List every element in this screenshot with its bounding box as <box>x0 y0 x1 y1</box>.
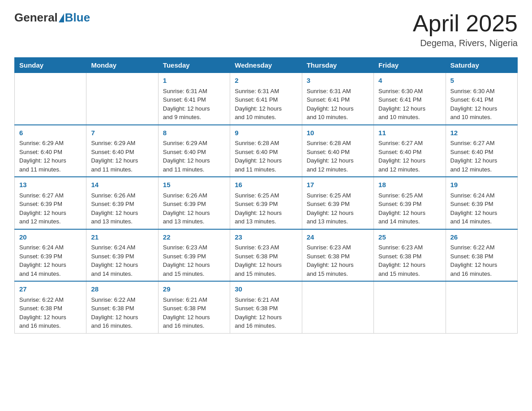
day-number: 25 <box>378 232 441 243</box>
weekday-header-monday: Monday <box>86 58 158 73</box>
weekday-header-tuesday: Tuesday <box>158 58 230 73</box>
day-info: Sunrise: 6:21 AM Sunset: 6:38 PM Dayligh… <box>163 296 210 330</box>
calendar-cell: 11Sunrise: 6:27 AM Sunset: 6:40 PM Dayli… <box>374 125 446 177</box>
day-info: Sunrise: 6:27 AM Sunset: 6:39 PM Dayligh… <box>19 192 66 225</box>
day-info: Sunrise: 6:25 AM Sunset: 6:39 PM Dayligh… <box>378 192 425 225</box>
week-row-1: 1Sunrise: 6:31 AM Sunset: 6:41 PM Daylig… <box>15 73 518 125</box>
day-info: Sunrise: 6:23 AM Sunset: 6:38 PM Dayligh… <box>307 244 354 277</box>
calendar-cell: 5Sunrise: 6:30 AM Sunset: 6:41 PM Daylig… <box>446 73 517 125</box>
title-area: April 2025 Degema, Rivers, Nigeria <box>413 11 518 48</box>
calendar-cell: 16Sunrise: 6:25 AM Sunset: 6:39 PM Dayli… <box>230 177 302 229</box>
logo: General Blue <box>14 11 90 25</box>
weekday-header-friday: Friday <box>374 58 446 73</box>
day-info: Sunrise: 6:31 AM Sunset: 6:41 PM Dayligh… <box>163 88 210 121</box>
day-number: 11 <box>378 128 441 138</box>
day-number: 21 <box>91 232 153 243</box>
day-info: Sunrise: 6:30 AM Sunset: 6:41 PM Dayligh… <box>378 88 425 121</box>
calendar-cell: 25Sunrise: 6:23 AM Sunset: 6:38 PM Dayli… <box>374 229 446 282</box>
calendar-cell: 21Sunrise: 6:24 AM Sunset: 6:39 PM Dayli… <box>86 229 158 282</box>
day-number: 4 <box>378 76 441 86</box>
calendar-table: SundayMondayTuesdayWednesdayThursdayFrid… <box>14 57 518 334</box>
day-number: 30 <box>235 284 297 295</box>
day-info: Sunrise: 6:22 AM Sunset: 6:38 PM Dayligh… <box>450 244 498 277</box>
day-number: 22 <box>163 232 225 243</box>
calendar-cell: 13Sunrise: 6:27 AM Sunset: 6:39 PM Dayli… <box>15 177 86 229</box>
day-info: Sunrise: 6:31 AM Sunset: 6:41 PM Dayligh… <box>307 88 354 121</box>
calendar-cell: 27Sunrise: 6:22 AM Sunset: 6:38 PM Dayli… <box>15 281 86 333</box>
calendar-cell <box>15 73 86 125</box>
day-info: Sunrise: 6:25 AM Sunset: 6:39 PM Dayligh… <box>235 192 282 225</box>
day-info: Sunrise: 6:27 AM Sunset: 6:40 PM Dayligh… <box>378 140 425 173</box>
day-info: Sunrise: 6:29 AM Sunset: 6:40 PM Dayligh… <box>163 140 210 173</box>
day-info: Sunrise: 6:23 AM Sunset: 6:39 PM Dayligh… <box>163 244 210 277</box>
calendar-cell: 30Sunrise: 6:21 AM Sunset: 6:38 PM Dayli… <box>230 281 302 333</box>
week-row-5: 27Sunrise: 6:22 AM Sunset: 6:38 PM Dayli… <box>15 281 518 333</box>
day-info: Sunrise: 6:23 AM Sunset: 6:38 PM Dayligh… <box>235 244 282 277</box>
calendar-cell: 12Sunrise: 6:27 AM Sunset: 6:40 PM Dayli… <box>446 125 517 177</box>
day-info: Sunrise: 6:23 AM Sunset: 6:38 PM Dayligh… <box>378 244 425 277</box>
weekday-header-sunday: Sunday <box>15 58 86 73</box>
calendar-cell: 9Sunrise: 6:28 AM Sunset: 6:40 PM Daylig… <box>230 125 302 177</box>
day-info: Sunrise: 6:22 AM Sunset: 6:38 PM Dayligh… <box>19 296 66 330</box>
weekday-header-row: SundayMondayTuesdayWednesdayThursdayFrid… <box>15 58 518 73</box>
logo-triangle-icon <box>59 13 64 22</box>
week-row-3: 13Sunrise: 6:27 AM Sunset: 6:39 PM Dayli… <box>15 177 518 229</box>
calendar-cell: 6Sunrise: 6:29 AM Sunset: 6:40 PM Daylig… <box>15 125 86 177</box>
calendar-cell: 15Sunrise: 6:26 AM Sunset: 6:39 PM Dayli… <box>158 177 230 229</box>
day-info: Sunrise: 6:24 AM Sunset: 6:39 PM Dayligh… <box>91 244 138 277</box>
calendar-cell: 24Sunrise: 6:23 AM Sunset: 6:38 PM Dayli… <box>302 229 373 282</box>
day-info: Sunrise: 6:30 AM Sunset: 6:41 PM Dayligh… <box>450 88 498 121</box>
day-info: Sunrise: 6:26 AM Sunset: 6:39 PM Dayligh… <box>91 192 138 225</box>
weekday-header-saturday: Saturday <box>446 58 517 73</box>
day-info: Sunrise: 6:29 AM Sunset: 6:40 PM Dayligh… <box>91 140 138 173</box>
weekday-header-wednesday: Wednesday <box>230 58 302 73</box>
day-info: Sunrise: 6:31 AM Sunset: 6:41 PM Dayligh… <box>235 88 282 121</box>
day-number: 19 <box>450 180 513 190</box>
day-number: 2 <box>235 76 297 86</box>
calendar-cell: 19Sunrise: 6:24 AM Sunset: 6:39 PM Dayli… <box>446 177 517 229</box>
day-number: 16 <box>235 180 297 190</box>
day-info: Sunrise: 6:24 AM Sunset: 6:39 PM Dayligh… <box>19 244 66 277</box>
day-number: 28 <box>91 284 153 295</box>
calendar-cell <box>86 73 158 125</box>
logo-general-text: General <box>14 11 58 25</box>
calendar-cell: 23Sunrise: 6:23 AM Sunset: 6:38 PM Dayli… <box>230 229 302 282</box>
calendar-cell: 28Sunrise: 6:22 AM Sunset: 6:38 PM Dayli… <box>86 281 158 333</box>
day-number: 17 <box>307 180 369 190</box>
day-info: Sunrise: 6:25 AM Sunset: 6:39 PM Dayligh… <box>307 192 354 225</box>
day-info: Sunrise: 6:24 AM Sunset: 6:39 PM Dayligh… <box>450 192 498 225</box>
day-number: 27 <box>19 284 82 295</box>
day-number: 9 <box>235 128 297 138</box>
calendar-cell: 29Sunrise: 6:21 AM Sunset: 6:38 PM Dayli… <box>158 281 230 333</box>
day-number: 10 <box>307 128 369 138</box>
week-row-2: 6Sunrise: 6:29 AM Sunset: 6:40 PM Daylig… <box>15 125 518 177</box>
calendar-cell <box>446 281 517 333</box>
day-number: 26 <box>450 232 513 243</box>
calendar-cell <box>374 281 446 333</box>
calendar-cell: 14Sunrise: 6:26 AM Sunset: 6:39 PM Dayli… <box>86 177 158 229</box>
calendar-cell: 7Sunrise: 6:29 AM Sunset: 6:40 PM Daylig… <box>86 125 158 177</box>
day-number: 3 <box>307 76 369 86</box>
day-info: Sunrise: 6:22 AM Sunset: 6:38 PM Dayligh… <box>91 296 138 330</box>
day-number: 8 <box>163 128 225 138</box>
calendar-cell: 3Sunrise: 6:31 AM Sunset: 6:41 PM Daylig… <box>302 73 373 125</box>
month-title: April 2025 <box>413 11 518 36</box>
calendar-cell: 18Sunrise: 6:25 AM Sunset: 6:39 PM Dayli… <box>374 177 446 229</box>
day-number: 15 <box>163 180 225 190</box>
weekday-header-thursday: Thursday <box>302 58 373 73</box>
day-number: 18 <box>378 180 441 190</box>
calendar-cell: 20Sunrise: 6:24 AM Sunset: 6:39 PM Dayli… <box>15 229 86 282</box>
day-number: 24 <box>307 232 369 243</box>
calendar-cell: 1Sunrise: 6:31 AM Sunset: 6:41 PM Daylig… <box>158 73 230 125</box>
calendar-cell <box>302 281 373 333</box>
day-info: Sunrise: 6:29 AM Sunset: 6:40 PM Dayligh… <box>19 140 66 173</box>
day-info: Sunrise: 6:28 AM Sunset: 6:40 PM Dayligh… <box>235 140 282 173</box>
day-number: 23 <box>235 232 297 243</box>
day-number: 14 <box>91 180 153 190</box>
day-number: 5 <box>450 76 513 86</box>
logo-area: General Blue <box>14 11 90 25</box>
day-number: 20 <box>19 232 82 243</box>
day-number: 13 <box>19 180 82 190</box>
day-number: 12 <box>450 128 513 138</box>
calendar-cell: 2Sunrise: 6:31 AM Sunset: 6:41 PM Daylig… <box>230 73 302 125</box>
